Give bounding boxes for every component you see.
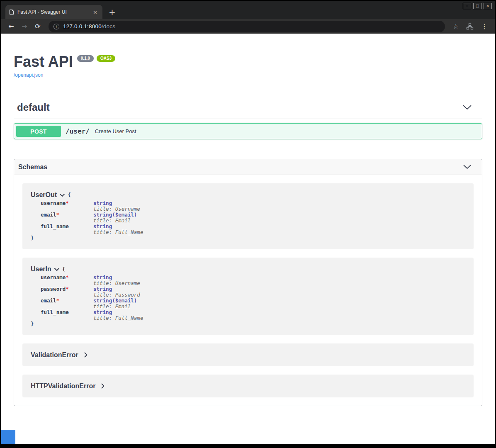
property-format: ($email): [112, 297, 137, 304]
taskbar-indicator: [1, 430, 15, 444]
model-userout-toggle[interactable]: UserOut {: [31, 191, 465, 199]
property-type: string: [93, 200, 112, 206]
model-name: HTTPValidationError: [31, 382, 95, 390]
property-name: full_name: [41, 309, 69, 315]
property-type: string: [93, 309, 112, 315]
operation-path: /user/: [66, 127, 90, 135]
site-info-icon[interactable]: i: [53, 24, 59, 29]
browser-tab[interactable]: Fast API - Swagger UI ×: [5, 5, 102, 19]
model-name: UserOut: [31, 191, 57, 199]
chevron-down-icon: [463, 105, 472, 110]
property-table: username* stringtitle: Username password…: [31, 275, 143, 321]
browser-menu-icon[interactable]: ⋮: [481, 23, 488, 30]
tag-title: default: [17, 102, 50, 113]
browser-toolbar: ← → ⟳ i 127.0.0.1:8000/docs ☆ ⋮: [1, 19, 495, 34]
tab-title: Fast API - Swagger UI: [17, 9, 88, 15]
openapi-json-link[interactable]: /openapi.json: [14, 72, 43, 78]
property-title: title: Full_Name: [93, 315, 143, 321]
tag-section-default[interactable]: default: [14, 102, 482, 119]
required-star: *: [66, 274, 69, 280]
window-controls: – □ ×: [463, 3, 492, 9]
chevron-down-icon: [463, 165, 471, 169]
forward-icon[interactable]: →: [18, 22, 31, 30]
required-star: *: [56, 297, 60, 304]
tab-close-icon[interactable]: ×: [92, 9, 99, 15]
property-name: username: [41, 200, 66, 206]
document-icon: [9, 9, 14, 15]
property-row: username* stringtitle: Username: [31, 275, 143, 286]
url-host: 127.0.0.1:8000: [63, 23, 102, 29]
close-brace: }: [31, 235, 465, 241]
model-userin-toggle[interactable]: UserIn {: [31, 265, 465, 273]
property-name: email: [41, 297, 56, 304]
operation-summary: Create User Post: [95, 128, 136, 134]
chevron-right-icon: [101, 383, 105, 389]
new-tab-button[interactable]: +: [109, 8, 116, 16]
model-userout: UserOut { username* stringtitle: Usernam…: [22, 183, 474, 249]
property-row: full_name stringtitle: Full_Name: [31, 309, 143, 321]
method-badge: POST: [16, 126, 61, 137]
api-title-text: Fast API: [14, 54, 73, 69]
bookmark-star-icon[interactable]: ☆: [453, 23, 459, 30]
chevron-right-icon: [84, 352, 88, 358]
close-brace: }: [31, 321, 465, 327]
property-table: username* stringtitle: Username email* s…: [31, 200, 143, 235]
titlebar: Fast API - Swagger UI × + – □ ×: [1, 1, 495, 19]
chevron-down-icon: [54, 268, 59, 271]
page-content: Fast API 0.1.0 OAS3 /openapi.json defaul…: [1, 34, 495, 444]
open-brace: {: [68, 192, 71, 198]
required-star: *: [66, 286, 69, 292]
model-httpvalidationerror[interactable]: HTTPValidationError: [22, 375, 474, 397]
property-format: ($email): [112, 212, 137, 218]
minimize-button[interactable]: –: [463, 3, 471, 9]
back-icon[interactable]: ←: [5, 22, 18, 30]
open-brace: {: [62, 266, 66, 272]
schemas-section: Schemas UserOut { username*: [14, 159, 482, 406]
model-validationerror[interactable]: ValidationError: [22, 343, 474, 366]
address-bar[interactable]: i 127.0.0.1:8000/docs: [49, 21, 445, 32]
chevron-down-icon: [60, 194, 65, 197]
model-name: ValidationError: [31, 351, 78, 359]
property-row: full_name stringtitle: Full_Name: [31, 224, 143, 235]
model-userin: UserIn { username* stringtitle: Username…: [22, 258, 474, 335]
property-row: username* stringtitle: Username: [31, 200, 143, 212]
schemas-header[interactable]: Schemas: [14, 159, 482, 175]
property-row: password* stringtitle: Password: [31, 286, 143, 298]
property-name: full_name: [41, 223, 69, 229]
required-star: *: [66, 200, 69, 206]
property-title: title: Username: [93, 206, 143, 212]
property-name: username: [41, 274, 66, 280]
version-badge: 0.1.0: [77, 55, 94, 62]
reload-icon[interactable]: ⟳: [31, 22, 44, 30]
model-name: UserIn: [31, 265, 51, 273]
property-name: email: [41, 212, 56, 218]
property-type: string: [93, 223, 112, 229]
oas3-badge: OAS3: [97, 55, 115, 62]
property-type: string: [93, 274, 112, 280]
property-title: title: Full_Name: [93, 229, 143, 235]
property-title: title: Username: [93, 280, 143, 286]
property-title: title: Password: [93, 292, 143, 298]
property-type: string: [93, 297, 112, 304]
required-star: *: [56, 212, 60, 218]
property-title: title: Email: [93, 304, 143, 309]
sitemap-icon[interactable]: [466, 23, 474, 30]
close-button[interactable]: ×: [484, 3, 492, 9]
property-type: string: [93, 212, 112, 218]
operation-post-user[interactable]: POST /user/ Create User Post: [14, 123, 482, 139]
property-type: string: [93, 286, 112, 292]
schemas-body: UserOut { username* stringtitle: Usernam…: [14, 175, 482, 406]
url-text: 127.0.0.1:8000/docs: [63, 23, 115, 29]
property-row: email* string($email)title: Email: [31, 298, 143, 309]
property-name: password: [41, 286, 66, 292]
maximize-button[interactable]: □: [473, 3, 481, 9]
browser-window: Fast API - Swagger UI × + – □ × ← → ⟳ i …: [1, 1, 495, 444]
property-row: email* string($email)title: Email: [31, 212, 143, 224]
property-title: title: Email: [93, 218, 143, 224]
url-path: /docs: [102, 23, 115, 29]
api-info: Fast API 0.1.0 OAS3 /openapi.json: [14, 34, 482, 78]
schemas-title: Schemas: [18, 163, 47, 171]
page-title: Fast API 0.1.0 OAS3: [14, 54, 482, 69]
